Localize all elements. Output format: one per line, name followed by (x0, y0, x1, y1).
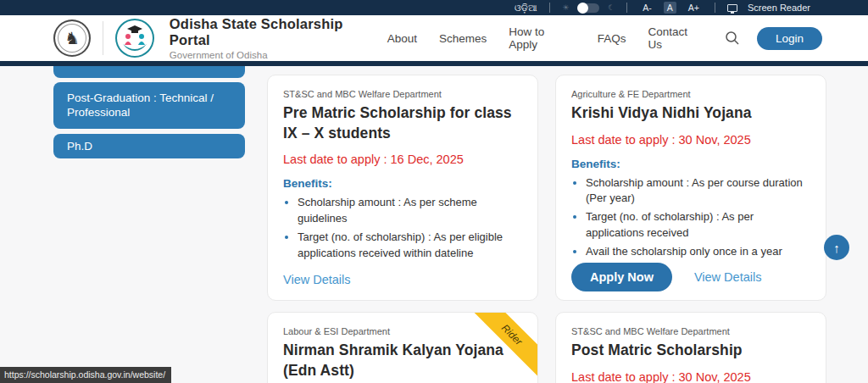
utility-bar: ଓଡ଼ିଆ ☀ ☾ A- A A+ Screen Reader (0, 0, 868, 15)
last-date-text: Last date to apply : 16 Dec, 2025 (283, 153, 522, 166)
site-subtitle: Government of Odisha (170, 50, 387, 60)
theme-toggle-knob[interactable] (577, 3, 588, 14)
card-department: Agriculture & FE Department (571, 89, 810, 99)
nav-link[interactable]: How to Apply (509, 25, 575, 51)
sidebar-item-phd[interactable]: Ph.D (53, 134, 245, 158)
scheme-card: Rider Labour & ESI Department Nirman Shr… (267, 312, 538, 383)
scheme-card: ST&SC and MBC Welfare Department Pre Mat… (267, 75, 538, 301)
benefits-label: Benefits: (571, 158, 810, 170)
apply-now-button[interactable]: Apply Now (571, 263, 672, 291)
screen-reader-link[interactable]: Screen Reader (715, 3, 822, 13)
card-title: Pre Matric Scholarship for class IX – X … (283, 103, 522, 143)
up-arrow-icon: ↑ (833, 241, 840, 254)
search-icon[interactable] (725, 31, 740, 46)
font-normal-button[interactable]: A (664, 2, 676, 14)
benefit-item: Avail the scholarship only once in a yea… (586, 244, 810, 260)
nav-link[interactable]: About (387, 32, 417, 45)
language-toggle-odia[interactable]: ଓଡ଼ିଆ (515, 3, 537, 14)
sun-icon: ☀ (562, 3, 569, 12)
scholarship-portal-logo-icon (115, 19, 154, 58)
card-department: Labour & ESI Department (283, 326, 522, 336)
card-department: ST&SC and MBC Welfare Department (283, 89, 522, 99)
last-date-text: Last date to apply : 30 Nov, 2025 (571, 370, 810, 383)
site-header: ♞ Odisha State Scholarship Portal Govern… (0, 15, 868, 61)
site-title: Odisha State Scholarship Portal (170, 16, 387, 48)
sidebar-item-post-graduation[interactable]: Post-Graduation : Technical / Profession… (53, 82, 245, 129)
view-details-link[interactable]: View Details (694, 270, 762, 284)
category-sidebar: Post-Graduation : Technical / Profession… (53, 66, 245, 164)
screen-reader-label: Screen Reader (748, 3, 810, 13)
benefit-list: Scholarship amount : As per course durat… (571, 175, 810, 263)
font-increase-button[interactable]: A+ (685, 2, 703, 14)
benefit-item: Target (no. of scholarship) : As per app… (586, 209, 810, 241)
font-decrease-button[interactable]: A- (639, 2, 655, 14)
card-title: Post Matric Scholarship (571, 341, 810, 361)
nav-link[interactable]: Contact Us (648, 25, 704, 51)
brand-divider (103, 21, 103, 55)
card-title: Nirman Shramik Kalyan Yojana (Edn Astt) (283, 341, 504, 380)
main-nav: AboutSchemesHow to ApplyFAQsContact Us (387, 25, 704, 51)
benefits-label: Benefits: (283, 177, 522, 190)
view-details-link[interactable]: View Details (283, 273, 351, 286)
login-button[interactable]: Login (757, 27, 822, 50)
sidebar-item-partial[interactable] (53, 66, 245, 78)
benefit-item: Scholarship amount : As per course durat… (586, 175, 810, 208)
scroll-to-top-button[interactable]: ↑ (824, 235, 849, 260)
status-bar-url: https://scholarship.odisha.gov.in/websit… (0, 367, 171, 383)
benefit-item: Target (no. of scholarship) : As per eli… (298, 230, 522, 262)
benefit-list: Scholarship amount : As per scheme guide… (283, 195, 522, 264)
screen-reader-icon (727, 4, 737, 12)
card-title: Krishi Vidya Nidhi Yojana (571, 103, 810, 124)
main-content: Post-Graduation : Technical / Profession… (0, 66, 868, 383)
moon-icon: ☾ (608, 3, 615, 12)
brand[interactable]: ♞ Odisha State Scholarship Portal Govern… (53, 16, 387, 60)
card-department: ST&SC and MBC Welfare Department (571, 326, 810, 336)
nav-link[interactable]: FAQs (598, 32, 626, 45)
scheme-card: Agriculture & FE Department Krishi Vidya… (555, 75, 826, 301)
odisha-state-emblem-icon: ♞ (53, 19, 91, 57)
last-date-text: Last date to apply : 30 Nov, 2025 (571, 133, 810, 147)
scheme-card: ST&SC and MBC Welfare Department Post Ma… (555, 312, 826, 383)
benefit-item: Scholarship amount : As per scheme guide… (298, 195, 522, 227)
nav-link[interactable]: Schemes (439, 32, 487, 45)
theme-toggle[interactable] (577, 3, 599, 13)
